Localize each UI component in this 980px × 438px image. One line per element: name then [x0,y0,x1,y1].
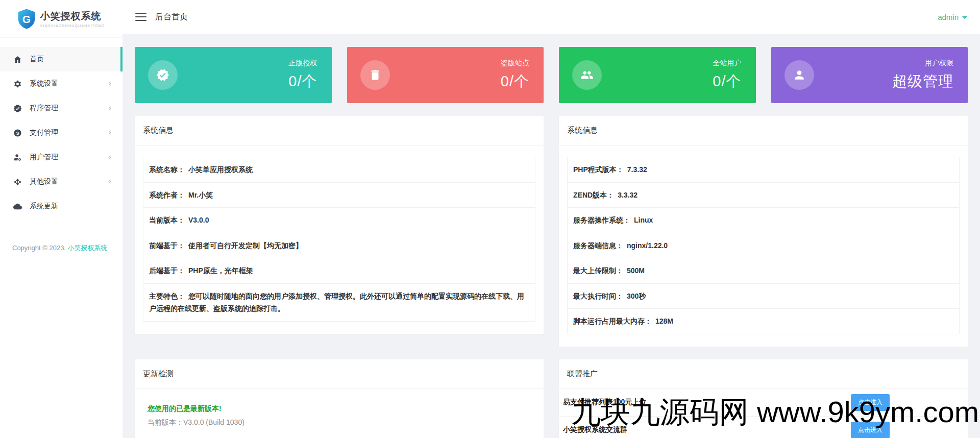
user-gear-icon [13,153,22,162]
gear-icon [13,80,22,88]
bottom-row: 更新检测 您使用的已是最新版本! 当前版本：V3.0.0 (Build 1030… [135,359,968,438]
brand-subtitle: XIAOXIAOSHOUQUANXITONG [40,24,105,28]
sidebar-item-system-update[interactable]: 系统更新 [0,194,122,218]
payment-icon: S [13,129,22,137]
home-icon [13,55,22,64]
sidebar-item-home[interactable]: 首页 [0,47,122,71]
stat-card-label: 全站用户 [713,59,741,68]
sidebar-item-label: 用户管理 [30,153,107,162]
svg-text:G: G [22,13,31,25]
copyright-text: Copyright © 2023. [12,244,68,252]
stat-card-genuine-licenses: 正版授权 0/个 [135,47,332,103]
copyright-brand-link[interactable]: 小笑授权系统 [68,244,108,252]
stat-card-value: 0/个 [713,71,741,92]
promo-enter-button[interactable]: 点击进入 [851,422,890,438]
info-row: 服务器端信息：nginx/1.22.0 [568,233,959,259]
badge-check-icon [148,60,178,90]
network-icon [13,178,22,186]
brand-shield-icon: G [17,9,36,29]
server-info-table: PHP程式版本：7.3.32 ZEND版本：3.3.32 服务器操作系统：Lin… [567,157,960,334]
main-area: 后台首页 admin 正版授权 0/个 [122,0,980,438]
sidebar-nav: 首页 系统设置 程序管理 S 支付管理 用户管理 [0,38,122,218]
stat-card-label: 正版授权 [288,59,317,68]
chevron-right-icon [107,155,112,160]
panel-title: 联盟推广 [559,359,968,389]
system-info-panel-right: 系统信息 PHP程式版本：7.3.32 ZEND版本：3.3.32 服务器操作系… [559,116,968,347]
sidebar-item-user-management[interactable]: 用户管理 [0,145,122,169]
sidebar-item-label: 系统设置 [30,79,107,88]
user-menu[interactable]: admin [938,13,967,21]
system-info-table: 系统名称：小笑单应用授权系统 系统作者：Mr.小笑 当前版本：V3.0.0 前端… [143,157,535,322]
badge-check-icon [13,104,22,113]
stat-card-value: 0/个 [288,71,317,92]
chevron-right-icon [107,179,112,184]
promo-label: 小笑授权系统交流群 [563,425,627,434]
sidebar-item-label: 支付管理 [30,128,107,137]
chevron-right-icon [107,130,112,135]
info-row: 系统作者：Mr.小笑 [143,183,535,208]
sidebar-item-label: 系统更新 [30,202,112,211]
sidebar-item-system-settings[interactable]: 系统设置 [0,71,122,96]
stat-card-label: 用户权限 [892,59,953,68]
stat-card-total-users: 全站用户 0/个 [559,47,756,103]
chevron-right-icon [107,81,112,86]
sidebar: G 小笑授权系统 XIAOXIAOSHOUQUANXITONG 首页 系统设置 … [0,0,122,438]
panel-title: 系统信息 [559,116,968,145]
system-info-row: 系统信息 系统名称：小笑单应用授权系统 系统作者：Mr.小笑 当前版本：V3.0… [135,116,968,347]
sidebar-item-program-management[interactable]: 程序管理 [0,96,122,120]
menu-toggle-icon[interactable] [135,13,146,21]
stat-cards: 正版授权 0/个 盗版站点 0/个 [135,47,968,103]
info-row: 服务器操作系统：Linux [568,208,959,233]
username: admin [938,13,959,21]
update-current-version: 当前版本：V3.0.0 (Build 1030) [148,418,531,427]
promo-enter-button[interactable]: 点击进入 [851,394,890,411]
stat-card-value: 0/个 [501,71,529,92]
promo-label: 易支付推荐列表100元上位 [563,398,646,407]
stat-card-user-permission: 用户权限 超级管理 [771,47,968,103]
info-row: 前端基于：使用者可自行开发定制【均无加密】 [143,233,535,259]
stat-card-label: 盗版站点 [501,59,529,68]
info-row: 脚本运行占用最大内存：128M [568,309,959,334]
sidebar-item-label: 首页 [30,55,112,64]
sidebar-item-other-settings[interactable]: 其他设置 [0,169,122,194]
copyright: Copyright © 2023. 小笑授权系统 [0,232,122,264]
promo-panel: 联盟推广 易支付推荐列表100元上位 点击进入 小笑授权系统交流群 点击进入 小… [559,359,968,438]
stat-card-value: 超级管理 [892,71,953,92]
info-row: 最大执行时间：300秒 [568,284,959,309]
info-row: 主要特色：您可以随时随地的面向您的用户添加授权、管理授权。此外还可以通过简单的配… [143,284,535,321]
system-info-panel-left: 系统信息 系统名称：小笑单应用授权系统 系统作者：Mr.小笑 当前版本：V3.0… [135,116,544,334]
sidebar-item-payment-management[interactable]: S 支付管理 [0,120,122,145]
chevron-right-icon [107,106,112,111]
page-title: 后台首页 [155,12,188,22]
info-row: 后端基于：PHP原生，光年框架 [143,258,535,284]
app-root: G 小笑授权系统 XIAOXIAOSHOUQUANXITONG 首页 系统设置 … [0,0,980,438]
update-check-panel: 更新检测 您使用的已是最新版本! 当前版本：V3.0.0 (Build 1030… [135,359,544,438]
info-row: PHP程式版本：7.3.32 [568,157,959,183]
svg-text:S: S [16,130,19,135]
panel-title: 系统信息 [135,116,544,145]
panel-title: 更新检测 [135,359,544,389]
update-status-text: 您使用的已是最新版本! [148,404,531,413]
stat-card-pirated-sites: 盗版站点 0/个 [347,47,544,103]
promo-row: 易支付推荐列表100元上位 点击进入 [559,389,968,417]
brand-name: 小笑授权系统 [40,10,105,23]
promo-row: 小笑授权系统交流群 点击进入 [559,417,968,438]
sidebar-item-label: 其他设置 [30,177,107,186]
content: 正版授权 0/个 盗版站点 0/个 [122,34,980,438]
user-icon [785,60,814,90]
brand-logo[interactable]: G 小笑授权系统 XIAOXIAOSHOUQUANXITONG [0,0,122,38]
sidebar-item-label: 程序管理 [30,104,107,113]
brand-text: 小笑授权系统 XIAOXIAOSHOUQUANXITONG [40,10,105,28]
info-row: 当前版本：V3.0.0 [143,208,535,233]
users-icon [572,60,602,90]
info-row: 系统名称：小笑单应用授权系统 [143,157,535,183]
trash-icon [360,60,390,90]
info-row: 最大上传限制：500M [568,258,959,284]
caret-down-icon [962,16,967,19]
info-row: ZEND版本：3.3.32 [568,183,959,208]
cloud-icon [13,202,22,211]
topbar: 后台首页 admin [122,0,980,34]
